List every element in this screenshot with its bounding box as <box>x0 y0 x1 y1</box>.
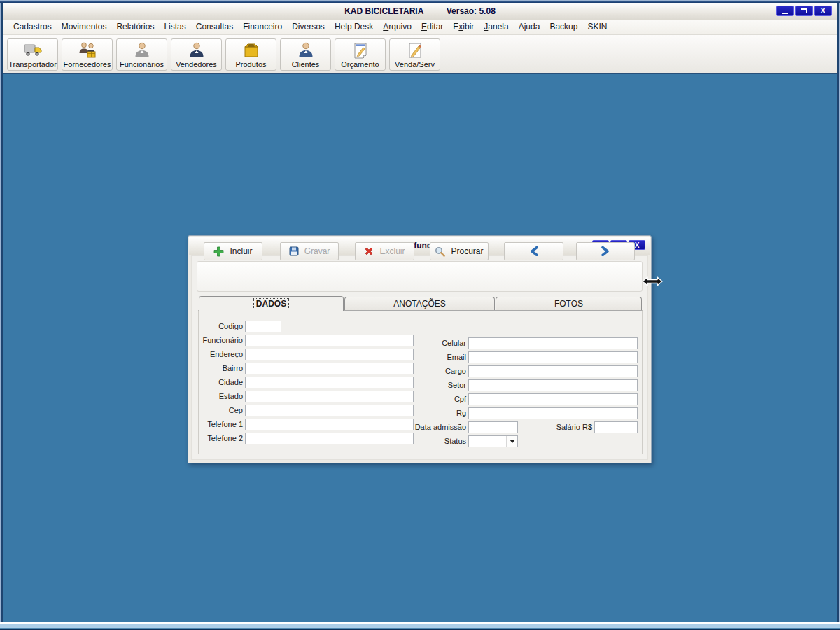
cargo-label: Cargo <box>403 365 466 377</box>
menu-editar[interactable]: Editar <box>416 20 448 34</box>
setor-input[interactable] <box>468 379 638 391</box>
budget-note-icon <box>351 41 370 59</box>
data-admissao-input[interactable] <box>468 421 518 433</box>
minimize-icon <box>782 13 788 14</box>
cidade-input[interactable] <box>245 377 414 388</box>
gravar-button[interactable]: Gravar <box>280 242 339 260</box>
toolbar-clientes-button[interactable]: Clientes <box>280 38 331 71</box>
next-record-button[interactable] <box>576 242 635 260</box>
close-icon: X <box>820 7 825 15</box>
cep-input[interactable] <box>245 405 414 416</box>
client-icon <box>297 41 315 59</box>
incluir-label: Incluir <box>230 246 252 256</box>
previous-record-button[interactable] <box>504 242 564 260</box>
menu-janela[interactable]: Janela <box>479 20 513 34</box>
cadastro-funcionarios-dialog: Cadastro funcionários X Incluir Gravar <box>188 235 652 463</box>
close-button[interactable]: X <box>814 6 832 16</box>
maximize-icon <box>801 8 807 13</box>
menu-movimentos[interactable]: Movimentos <box>57 20 112 34</box>
app-title: KAD BICICLETARIA <box>344 6 424 16</box>
menu-help-desk[interactable]: Help Desk <box>330 20 378 34</box>
celular-label: Celular <box>403 337 466 349</box>
salario-input[interactable] <box>594 421 638 433</box>
data-admissao-label: Data admissão <box>403 421 466 433</box>
cpf-input[interactable] <box>468 393 638 405</box>
bairro-input[interactable] <box>245 363 414 374</box>
codigo-input[interactable] <box>245 321 281 332</box>
window-border-bottom[interactable] <box>0 622 840 630</box>
truck-icon <box>23 41 43 59</box>
chevron-left-icon <box>530 246 538 256</box>
rg-input[interactable] <box>468 407 638 419</box>
cpf-label: Cpf <box>403 393 466 405</box>
toolbar-label: Venda/Serv <box>395 60 435 69</box>
tab-fotos[interactable]: FOTOS <box>496 297 642 310</box>
menu-exibir[interactable]: Exibir <box>448 20 479 34</box>
chevron-down-icon[interactable] <box>506 436 517 447</box>
toolbar-orcamento-button[interactable]: Orçamento <box>335 38 386 71</box>
window-border-right[interactable] <box>837 3 840 622</box>
cargo-input[interactable] <box>468 365 638 377</box>
toolbar-vendedores-button[interactable]: Vendedores <box>171 38 222 71</box>
tab-anotacoes[interactable]: ANOTAÇÕES <box>344 297 495 310</box>
window-border-left[interactable] <box>0 3 3 622</box>
status-combobox[interactable] <box>468 435 518 447</box>
excluir-button[interactable]: Excluir <box>355 242 414 260</box>
telefone2-input[interactable] <box>245 433 414 444</box>
toolbar-label: Transportador <box>8 60 57 69</box>
funcionario-input[interactable] <box>245 335 414 346</box>
tab-dados[interactable]: DADOS <box>199 296 344 311</box>
toolbar-label: Fornecedores <box>64 60 111 69</box>
menu-ajuda[interactable]: Ajuda <box>514 20 545 34</box>
estado-input[interactable] <box>245 391 414 402</box>
toolbar-produtos-button[interactable]: Produtos <box>225 38 276 71</box>
funcionario-label: Funcionário <box>194 335 243 346</box>
employee-icon <box>133 41 151 59</box>
cidade-label: Cidade <box>194 377 243 388</box>
cep-label: Cep <box>194 405 243 416</box>
excluir-label: Excluir <box>379 246 405 256</box>
procurar-button[interactable]: Procurar <box>430 242 489 260</box>
menu-diversos[interactable]: Diversos <box>287 20 330 34</box>
box-icon <box>242 41 260 59</box>
maximize-button[interactable] <box>795 6 813 16</box>
telefone2-label: Telefone 2 <box>194 433 243 444</box>
minimize-button[interactable] <box>776 6 794 16</box>
toolbar-funcionarios-button[interactable]: Funcionários <box>116 38 167 71</box>
celular-input[interactable] <box>468 337 638 349</box>
dialog-button-panel <box>197 261 643 292</box>
toolbar-label: Vendedores <box>176 60 217 69</box>
codigo-label: Codigo <box>194 321 243 332</box>
menu-financeiro[interactable]: Financeiro <box>238 20 287 34</box>
plus-icon <box>214 246 224 257</box>
telefone1-label: Telefone 1 <box>194 419 243 430</box>
endereco-input[interactable] <box>245 349 414 360</box>
app-window: KAD BICICLETARIA Versão: 5.08 X Cadastro… <box>0 0 840 630</box>
chevron-right-icon <box>601 246 610 256</box>
main-toolbar: Transportador Fornecedores Funcionários <box>3 35 837 74</box>
menu-relatorios[interactable]: Relatórios <box>111 20 159 34</box>
menu-backup[interactable]: Backup <box>545 20 582 34</box>
menu-consultas[interactable]: Consultas <box>191 20 238 34</box>
menu-arquivo[interactable]: Arquivo <box>378 20 416 34</box>
setor-label: Setor <box>403 379 466 391</box>
delete-x-icon <box>364 246 374 256</box>
app-version: Versão: 5.08 <box>447 6 496 16</box>
toolbar-venda-serv-button[interactable]: Venda/Serv <box>389 38 440 71</box>
main-titlebar[interactable]: KAD BICICLETARIA Versão: 5.08 X <box>3 3 837 20</box>
email-input[interactable] <box>468 351 638 363</box>
telefone1-input[interactable] <box>245 419 414 430</box>
menu-skin[interactable]: SKIN <box>582 20 612 34</box>
incluir-button[interactable]: Incluir <box>204 242 262 260</box>
menu-listas[interactable]: Listas <box>159 20 190 34</box>
estado-label: Estado <box>194 391 243 402</box>
menu-cadastros[interactable]: Cadastros <box>8 20 57 34</box>
window-border-top <box>0 0 840 3</box>
toolbar-label: Orçamento <box>341 60 379 69</box>
email-label: Email <box>403 351 466 363</box>
search-icon <box>435 246 445 257</box>
salario-label: Salário R$ <box>538 421 592 433</box>
gravar-label: Gravar <box>304 246 330 256</box>
toolbar-fornecedores-button[interactable]: Fornecedores <box>62 38 113 71</box>
toolbar-transportador-button[interactable]: Transportador <box>7 38 58 71</box>
